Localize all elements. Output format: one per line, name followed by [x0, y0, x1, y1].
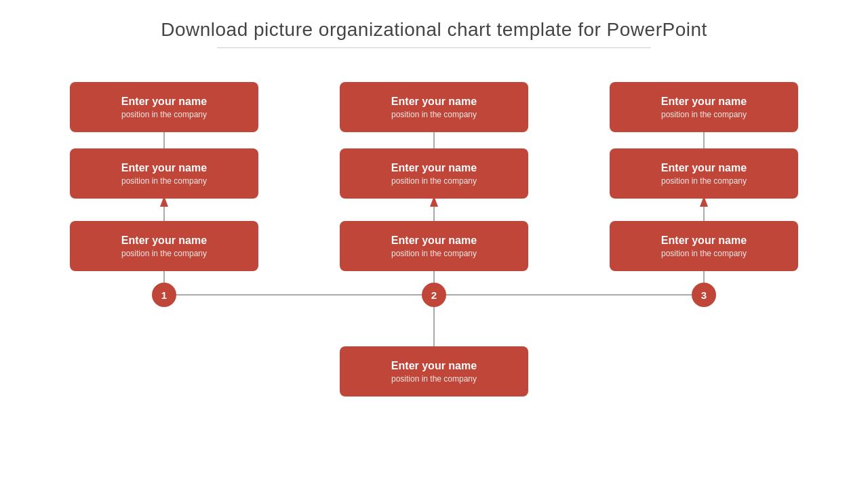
- card-c2r1: Enter your name position in the company: [340, 82, 528, 132]
- card-c3r2: Enter your name position in the company: [610, 148, 798, 199]
- card-position: position in the company: [661, 249, 747, 258]
- title-divider: [217, 47, 651, 48]
- card-c1r3: Enter your name position in the company: [70, 221, 258, 271]
- card-position: position in the company: [661, 176, 747, 186]
- card-c1r2: Enter your name position in the company: [70, 148, 258, 199]
- card-bottom: Enter your name position in the company: [340, 346, 528, 396]
- card-name: Enter your name: [661, 235, 747, 247]
- card-position: position in the company: [391, 374, 477, 384]
- chart-area: Enter your name position in the company …: [0, 62, 868, 462]
- circle-2: 2: [422, 283, 446, 307]
- card-name: Enter your name: [121, 235, 207, 247]
- card-position: position in the company: [391, 249, 477, 258]
- page-title: Download picture organizational chart te…: [0, 0, 868, 47]
- card-c2r2: Enter your name position in the company: [340, 148, 528, 199]
- card-c1r1: Enter your name position in the company: [70, 82, 258, 132]
- card-position: position in the company: [121, 176, 207, 186]
- card-name: Enter your name: [661, 96, 747, 108]
- card-c3r3: Enter your name position in the company: [610, 221, 798, 271]
- card-name: Enter your name: [391, 360, 477, 372]
- card-c2r3: Enter your name position in the company: [340, 221, 528, 271]
- card-name: Enter your name: [391, 96, 477, 108]
- card-position: position in the company: [661, 110, 747, 119]
- card-position: position in the company: [391, 110, 477, 119]
- card-position: position in the company: [391, 176, 477, 186]
- card-name: Enter your name: [121, 96, 207, 108]
- card-name: Enter your name: [121, 162, 207, 174]
- card-name: Enter your name: [391, 162, 477, 174]
- circle-3: 3: [692, 283, 716, 307]
- circle-1: 1: [152, 283, 176, 307]
- card-position: position in the company: [121, 110, 207, 119]
- card-position: position in the company: [121, 249, 207, 258]
- card-name: Enter your name: [391, 235, 477, 247]
- card-name: Enter your name: [661, 162, 747, 174]
- card-c3r1: Enter your name position in the company: [610, 82, 798, 132]
